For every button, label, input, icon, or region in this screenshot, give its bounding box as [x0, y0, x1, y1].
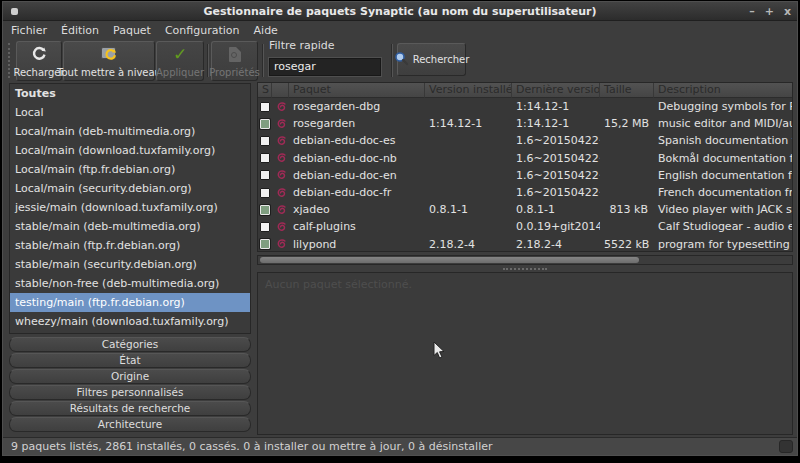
table-row[interactable]: rosegarden-dbg 1:14.12-1 Debugging symbo… [258, 98, 792, 115]
table-row[interactable]: debian-edu-doc-fr 1.6~20150422~8+ French… [258, 184, 792, 201]
quick-filter-input[interactable] [269, 58, 381, 76]
column-description[interactable]: Description [654, 83, 792, 98]
menu-paquet[interactable]: Paquet [113, 24, 151, 37]
repo-list-item[interactable]: stable/non-free (deb-multimedia.org) [10, 274, 250, 293]
repo-list-item[interactable]: testing/main (ftp.fr.debian.org) [10, 293, 250, 312]
package-table[interactable]: S Paquet Version installée Dernière vers… [257, 82, 793, 252]
minimize-button[interactable]: – [749, 2, 755, 21]
upgrade-all-button[interactable]: Tout mettre à niveau [63, 41, 155, 81]
filter-button-r-sultats-de-recherche[interactable]: Résultats de recherche [9, 401, 251, 416]
table-horizontal-scrollbar[interactable] [257, 255, 793, 265]
debian-swirl-icon [272, 236, 289, 253]
package-latest-version: 1.6~20150422~8+ [512, 184, 600, 201]
package-checkbox[interactable] [260, 119, 270, 129]
menu-configuration[interactable]: Configuration [165, 24, 240, 37]
repo-list[interactable]: ToutesLocalLocal/main (deb-multimedia.or… [9, 83, 251, 334]
toolbar-grip[interactable] [8, 43, 11, 78]
package-installed-version [425, 98, 512, 115]
column-status[interactable]: S [258, 83, 272, 98]
table-row[interactable]: debian-edu-doc-en 1.6~20150422~8+ Englis… [258, 167, 792, 184]
table-row[interactable]: lilypond 2.18.2-4 2.18.2-4 5522 kB progr… [258, 236, 792, 253]
filter-button-origine[interactable]: Origine [9, 369, 251, 384]
status-text: 9 paquets listés, 2861 installés, 0 cass… [3, 440, 493, 453]
package-checkbox[interactable] [260, 102, 270, 112]
package-checkbox[interactable] [260, 239, 270, 249]
toolbar-separator [391, 44, 393, 77]
repo-list-item[interactable]: stable/main (security.debian.org) [10, 255, 250, 274]
debian-swirl-icon [272, 184, 289, 201]
package-description: music editor and MIDI/audio seq [654, 115, 792, 132]
upgrade-icon [100, 45, 118, 63]
scrollbar-thumb[interactable] [260, 257, 639, 263]
repo-list-item[interactable]: Local/main (download.tuxfamily.org) [10, 141, 250, 160]
package-checkbox[interactable] [260, 136, 270, 146]
column-latest-version[interactable]: Dernière version [512, 83, 600, 98]
table-row[interactable]: debian-edu-doc-nb 1.6~20150422~8+ Bokmål… [258, 150, 792, 167]
menu-aide[interactable]: Aide [254, 24, 278, 37]
repo-list-item[interactable]: Local/main (ftp.fr.debian.org) [10, 160, 250, 179]
package-checkbox[interactable] [260, 153, 270, 163]
search-button[interactable]: Rechercher [397, 43, 466, 76]
package-checkbox[interactable] [260, 205, 270, 215]
mouse-cursor [433, 341, 445, 360]
debian-swirl-icon [272, 98, 289, 115]
repo-list-item[interactable]: stable/main (deb-multimedia.org) [10, 217, 250, 236]
repo-list-item[interactable]: Toutes [10, 84, 250, 103]
table-row[interactable]: xjadeo 0.8.1-1 0.8.1-1 813 kB Video play… [258, 201, 792, 218]
column-installed-version[interactable]: Version installée [425, 83, 512, 98]
window-title: Gestionnaire de paquets Synaptic (au nom… [3, 5, 797, 18]
package-description: Bokmål documentation from th [654, 150, 792, 167]
package-name: xjadeo [289, 201, 425, 218]
menu-edition[interactable]: Édition [61, 24, 99, 37]
reload-button[interactable]: Recharger [16, 41, 62, 81]
package-description: program for typesetting sheet m [654, 236, 792, 253]
filter-button-cat-gories[interactable]: Catégories [9, 337, 251, 352]
title-bar[interactable]: Gestionnaire de paquets Synaptic (au nom… [3, 2, 797, 21]
maximize-button[interactable]: + [765, 2, 774, 21]
package-latest-version: 1:14.12-1 [512, 98, 600, 115]
resize-grip[interactable] [779, 440, 793, 453]
package-size: 15,2 MB [600, 115, 654, 132]
package-name: calf-plugins [289, 218, 425, 235]
package-size [600, 184, 654, 201]
table-row[interactable]: calf-plugins 0.0.19+git2014091 Calf Stud… [258, 218, 792, 235]
details-pane: Aucun paquet sélectionné. [257, 272, 793, 435]
repo-list-item[interactable]: stable/main (ftp.fr.debian.org) [10, 236, 250, 255]
package-size: 5522 kB [600, 236, 654, 253]
close-button[interactable]: x [784, 2, 791, 21]
package-checkbox[interactable] [260, 170, 270, 180]
package-size [600, 150, 654, 167]
package-latest-version: 0.8.1-1 [512, 201, 600, 218]
repo-list-item[interactable]: wheezy/main (download.tuxfamily.org) [10, 312, 250, 331]
column-size[interactable]: Taille [600, 83, 654, 98]
table-row[interactable]: debian-edu-doc-es 1.6~20150422~8+ Spanis… [258, 132, 792, 149]
package-installed-version [425, 150, 512, 167]
package-description: French documentation from the [654, 184, 792, 201]
column-package[interactable]: Paquet [289, 83, 425, 98]
package-size [600, 167, 654, 184]
repo-list-item[interactable]: jessie/main (download.tuxfamily.org) [10, 198, 250, 217]
repo-list-item[interactable]: Local/main (deb-multimedia.org) [10, 122, 250, 141]
package-name: rosegarden [289, 115, 425, 132]
repo-list-item[interactable]: Local/main (security.debian.org) [10, 179, 250, 198]
status-bar: 9 paquets listés, 2861 installés, 0 cass… [3, 437, 797, 455]
debian-swirl-icon [272, 115, 289, 132]
menu-fichier[interactable]: Fichier [11, 24, 47, 37]
filter-button--tat[interactable]: État [9, 353, 251, 368]
filter-button-architecture[interactable]: Architecture [9, 417, 251, 432]
column-supported[interactable] [272, 83, 289, 98]
window-menu-icon[interactable] [11, 8, 18, 15]
package-latest-version: 2.18.2-4 [512, 236, 600, 253]
menu-bar: Fichier Édition Paquet Configuration Aid… [3, 22, 797, 39]
repo-list-item[interactable]: Local [10, 103, 250, 122]
package-installed-version [425, 184, 512, 201]
package-installed-version: 2.18.2-4 [425, 236, 512, 253]
synaptic-window: Gestionnaire de paquets Synaptic (au nom… [2, 1, 798, 456]
debian-swirl-icon [272, 167, 289, 184]
filter-button-filtres-personnalis-s[interactable]: Filtres personnalisés [9, 385, 251, 400]
package-pane: S Paquet Version installée Dernière vers… [257, 82, 793, 435]
table-row[interactable]: rosegarden 1:14.12-1 1:14.12-1 15,2 MB m… [258, 115, 792, 132]
no-package-selected-text: Aucun paquet sélectionné. [265, 278, 785, 291]
package-checkbox[interactable] [260, 188, 270, 198]
package-checkbox[interactable] [260, 222, 270, 232]
